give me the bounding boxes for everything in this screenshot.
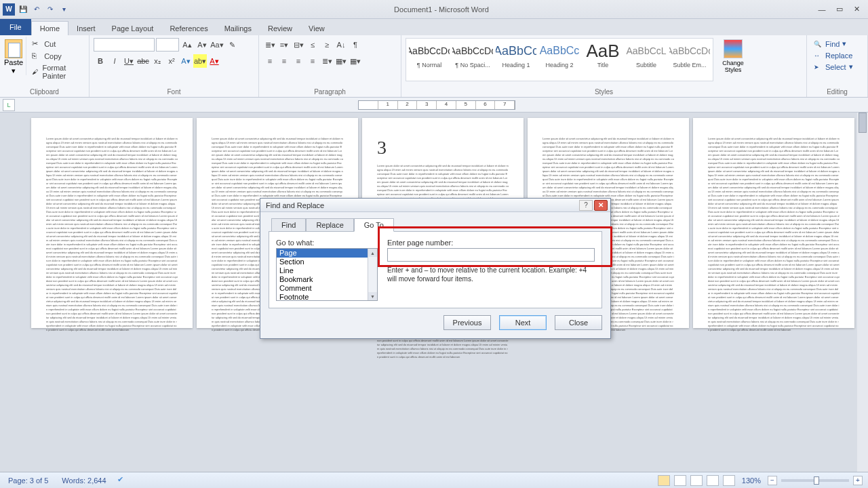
previous-button[interactable]: Previous	[443, 315, 491, 330]
numbering-icon[interactable]: ≡▾	[277, 38, 291, 52]
paste-button[interactable]: Paste ▾	[4, 37, 26, 75]
spellcheck-icon[interactable]: ✔	[117, 475, 128, 486]
page-1[interactable]: Lorem ipsum dolor sit amet consectetur a…	[31, 118, 193, 328]
paste-dropdown-icon[interactable]: ▾	[12, 66, 16, 75]
copy-button[interactable]: Copy	[29, 50, 85, 62]
strike-button[interactable]: abc	[136, 54, 150, 68]
list-item-footnote[interactable]: Footnote	[277, 293, 377, 301]
tab-home[interactable]: Home	[31, 21, 68, 35]
tab-goto-dialog[interactable]: Go To	[354, 218, 394, 232]
page-5[interactable]: Lorem ipsum dolor sit amet consectetur a…	[693, 118, 854, 328]
format-painter-button[interactable]: Format Painter	[29, 62, 85, 81]
view-outline-icon[interactable]	[707, 475, 719, 486]
tab-replace-dialog[interactable]: Replace	[306, 218, 353, 232]
replace-button[interactable]: Replace	[811, 49, 856, 61]
style-subtle-em[interactable]: AaBbCcDcSubtle Em...	[668, 40, 711, 79]
tab-find-dialog[interactable]: Find	[271, 218, 306, 232]
style-heading1[interactable]: AaBbCcHeading 1	[494, 40, 538, 79]
text-effects-icon[interactable]: A▾	[179, 54, 193, 68]
borders-icon[interactable]: ▦▾	[349, 54, 362, 68]
zoom-slider[interactable]	[781, 479, 849, 482]
status-zoom[interactable]: 130%	[739, 476, 764, 485]
styles-gallery[interactable]: AaBbCcDc¶ Normal AaBbCcDc¶ No Spaci... A…	[406, 38, 713, 81]
font-color-icon[interactable]: A▾	[208, 54, 221, 68]
style-normal[interactable]: AaBbCcDc¶ Normal	[408, 40, 451, 79]
dialog-close-icon[interactable]: ✕	[594, 200, 608, 211]
tab-mailings[interactable]: Mailings	[216, 22, 260, 35]
list-item-page[interactable]: Page	[277, 249, 377, 258]
vertical-scrollbar[interactable]	[857, 113, 868, 472]
close-button[interactable]: Close	[555, 315, 602, 330]
cut-label: Cut	[44, 40, 56, 48]
listbox-scrollbar[interactable]: ▲▼	[368, 249, 377, 300]
page-number-input[interactable]	[387, 248, 595, 262]
font-size-combo[interactable]	[156, 38, 179, 52]
cut-button[interactable]: Cut	[29, 38, 85, 50]
increase-indent-icon[interactable]: ≥	[320, 38, 334, 52]
zoom-thumb[interactable]	[814, 476, 819, 485]
list-item-bookmark[interactable]: Bookmark	[277, 275, 377, 284]
scrollbar-thumb[interactable]	[859, 113, 867, 133]
redo-icon[interactable]: ↷	[45, 4, 56, 15]
view-draft-icon[interactable]	[723, 475, 735, 486]
tab-file[interactable]: File	[0, 19, 31, 35]
multilevel-icon[interactable]: ⊟▾	[292, 38, 305, 52]
qat-dropdown-icon[interactable]: ▾	[58, 4, 69, 15]
font-family-combo[interactable]	[94, 38, 155, 52]
change-styles-button[interactable]: Change Styles	[716, 37, 750, 73]
style-title[interactable]: AaBTitle	[581, 40, 625, 79]
status-page[interactable]: Page: 3 of 5	[5, 476, 51, 485]
select-button[interactable]: Select ▾	[811, 61, 856, 73]
view-print-layout-icon[interactable]	[658, 475, 670, 486]
align-left-icon[interactable]: ≡	[263, 54, 277, 68]
list-item-line[interactable]: Line	[277, 266, 377, 275]
list-item-section[interactable]: Section	[277, 258, 377, 266]
dialog-titlebar[interactable]: Find and Replace ? ✕	[260, 199, 610, 212]
save-icon[interactable]: 💾	[18, 4, 28, 15]
minimize-icon[interactable]: —	[814, 4, 830, 15]
undo-icon[interactable]: ↶	[31, 4, 42, 15]
sort-icon[interactable]: A↓	[334, 38, 348, 52]
bold-button[interactable]: B	[94, 54, 107, 68]
document-area[interactable]: Lorem ipsum dolor sit amet consectetur a…	[0, 113, 868, 472]
tab-review[interactable]: Review	[260, 22, 300, 35]
justify-icon[interactable]: ≡	[306, 54, 319, 68]
subscript-button[interactable]: x₂	[151, 54, 164, 68]
close-window-icon[interactable]: ✕	[849, 4, 865, 15]
tab-insert[interactable]: Insert	[68, 22, 104, 35]
status-words[interactable]: Words: 2,644	[59, 476, 108, 485]
clear-format-icon[interactable]: ✎	[225, 38, 239, 52]
change-case-icon[interactable]: Aa▾	[210, 38, 224, 52]
superscript-button[interactable]: x²	[165, 54, 178, 68]
find-button[interactable]: Find ▾	[811, 38, 856, 49]
show-marks-icon[interactable]: ¶	[349, 38, 362, 52]
bullets-icon[interactable]: ≣▾	[263, 38, 277, 52]
style-heading2[interactable]: AaBbCcHeading 2	[538, 40, 581, 79]
horizontal-ruler[interactable]: 1 2 3 4 5 6 7	[358, 100, 515, 110]
list-item-comment[interactable]: Comment	[277, 284, 377, 293]
grow-font-icon[interactable]: A▴	[180, 38, 194, 52]
goto-what-listbox[interactable]: Page Section Line Bookmark Comment Footn…	[276, 248, 378, 301]
maximize-icon[interactable]: ▭	[831, 4, 848, 15]
align-center-icon[interactable]: ≡	[277, 54, 291, 68]
zoom-in-button[interactable]: +	[853, 476, 863, 485]
align-right-icon[interactable]: ≡	[292, 54, 305, 68]
next-button[interactable]: Next	[499, 315, 547, 330]
decrease-indent-icon[interactable]: ≤	[306, 38, 319, 52]
underline-button[interactable]: U▾	[122, 54, 136, 68]
tab-selector[interactable]: L	[3, 99, 15, 111]
shading-icon[interactable]: ▦▾	[334, 54, 348, 68]
line-spacing-icon[interactable]: ≣▾	[320, 54, 334, 68]
italic-button[interactable]: I	[108, 54, 121, 68]
dialog-help-icon[interactable]: ?	[579, 200, 593, 211]
shrink-font-icon[interactable]: A▾	[195, 38, 209, 52]
style-subtitle[interactable]: AaBbCcLSubtitle	[625, 40, 668, 79]
zoom-out-button[interactable]: −	[768, 476, 777, 485]
tab-view[interactable]: View	[300, 22, 333, 35]
view-fullscreen-icon[interactable]	[674, 475, 686, 486]
tab-references[interactable]: References	[161, 22, 216, 35]
style-nospacing[interactable]: AaBbCcDc¶ No Spaci...	[451, 40, 494, 79]
highlight-icon[interactable]: ab▾	[193, 54, 207, 68]
tab-pagelayout[interactable]: Page Layout	[104, 22, 162, 35]
view-web-icon[interactable]	[690, 475, 703, 486]
